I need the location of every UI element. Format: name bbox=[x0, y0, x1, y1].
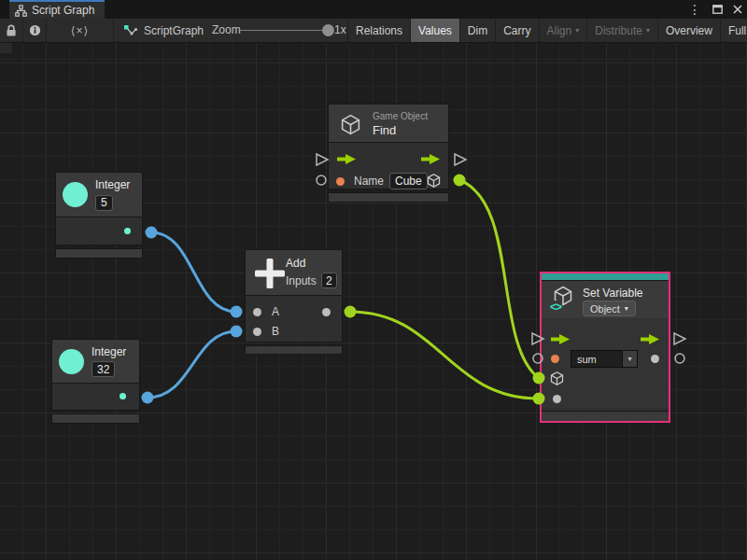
integer-value-field[interactable]: 32 bbox=[92, 361, 115, 377]
node-body bbox=[51, 384, 140, 411]
port-row-b: B bbox=[246, 326, 342, 337]
window-controls: ⋮ bbox=[685, 0, 745, 19]
param-label: Name bbox=[354, 175, 384, 188]
variable-name-row: sum ▾ bbox=[542, 350, 669, 368]
button-label: Relations bbox=[356, 24, 402, 37]
object-target-port-icon[interactable] bbox=[549, 371, 565, 386]
toolbar-button-carry[interactable]: Carry bbox=[495, 19, 538, 42]
toolbar-button-values[interactable]: Values bbox=[410, 19, 459, 42]
node-body: Name Cube bbox=[328, 143, 449, 189]
plus-icon bbox=[254, 258, 286, 289]
node-integer-5[interactable]: Integer 5 bbox=[55, 172, 143, 259]
kebab-menu-icon[interactable]: ⋮ bbox=[685, 0, 704, 19]
caret-down-icon: ▾ bbox=[575, 27, 579, 35]
variable-name-value: sum bbox=[571, 350, 623, 368]
set-variable-icon: <> bbox=[550, 285, 576, 315]
flow-out-arrow-icon[interactable] bbox=[420, 153, 441, 165]
caret-down-icon: ▾ bbox=[625, 305, 628, 313]
node-set-variable[interactable]: <> Set Variable Object ▾ sum ▾ bbox=[540, 272, 670, 423]
toolbar-buttons: Relations Values Dim Carry Align▾ Distri… bbox=[347, 19, 747, 42]
node-title: Set Variable bbox=[583, 287, 642, 300]
inputs-count-field[interactable]: 2 bbox=[321, 273, 337, 288]
flow-out-arrow-icon[interactable] bbox=[640, 333, 660, 345]
zoom-slider-handle[interactable] bbox=[322, 24, 334, 36]
flow-in-arrow-icon[interactable] bbox=[336, 153, 357, 165]
code-preview-button[interactable]: ⟨×⟩ bbox=[47, 19, 114, 42]
lock-icon bbox=[6, 24, 17, 37]
node-add[interactable]: Add Inputs 2 A B bbox=[245, 249, 343, 355]
node-body bbox=[55, 217, 143, 245]
lock-button[interactable] bbox=[0, 19, 23, 42]
value-output-port[interactable] bbox=[651, 355, 659, 363]
scope-label: Object bbox=[590, 303, 620, 315]
graph-breadcrumb[interactable]: ScriptGraph bbox=[123, 19, 204, 42]
button-label: Overview bbox=[666, 24, 712, 37]
tab-label: Script Graph bbox=[32, 4, 94, 17]
name-value-field[interactable]: Cube bbox=[389, 173, 428, 189]
integer-value-field[interactable]: 5 bbox=[95, 195, 113, 211]
toolbar-button-align[interactable]: Align▾ bbox=[539, 19, 587, 42]
variable-name-dropdown[interactable]: sum ▾ bbox=[571, 350, 638, 368]
button-label: Dim bbox=[468, 24, 487, 37]
node-footer bbox=[55, 248, 143, 259]
game-object-cube-icon bbox=[339, 113, 362, 136]
tab-script-graph[interactable]: Script Graph bbox=[9, 0, 105, 19]
node-footer bbox=[245, 345, 343, 355]
variable-scope-dropdown[interactable]: Object ▾ bbox=[583, 301, 636, 316]
close-button[interactable] bbox=[730, 0, 745, 19]
output-port[interactable] bbox=[124, 228, 131, 234]
node-header: Integer 32 bbox=[51, 339, 140, 384]
flow-row bbox=[542, 332, 669, 345]
node-body: sum ▾ bbox=[542, 318, 669, 408]
toolbar-button-relations[interactable]: Relations bbox=[347, 19, 410, 42]
integer-literal-icon bbox=[59, 349, 84, 374]
caret-down-icon: ▾ bbox=[646, 27, 650, 35]
zoom-slider[interactable] bbox=[240, 30, 329, 31]
node-header: Integer 5 bbox=[55, 172, 143, 217]
output-port[interactable] bbox=[120, 393, 126, 399]
toolbar-button-dim[interactable]: Dim bbox=[459, 19, 495, 42]
flow-in-arrow-icon[interactable] bbox=[550, 333, 571, 345]
name-input-port[interactable] bbox=[336, 177, 345, 186]
name-param-row: Name Cube bbox=[329, 173, 448, 189]
node-header: <> Set Variable Object ▾ bbox=[542, 281, 669, 318]
new-value-port[interactable] bbox=[553, 395, 561, 403]
variable-glyph: <> bbox=[550, 301, 562, 314]
node-integer-32[interactable]: Integer 32 bbox=[51, 339, 140, 424]
maximize-icon bbox=[712, 5, 723, 14]
new-value-row bbox=[542, 394, 669, 403]
info-button[interactable] bbox=[23, 19, 47, 42]
toolbar-button-distribute[interactable]: Distribute▾ bbox=[586, 19, 657, 42]
node-title: Add bbox=[286, 257, 305, 270]
node-title: Find bbox=[373, 123, 396, 137]
maximize-button[interactable] bbox=[710, 0, 725, 19]
node-title: Integer bbox=[92, 345, 126, 358]
button-label: Distribute bbox=[595, 24, 642, 37]
button-label: Carry bbox=[503, 24, 530, 37]
node-footer bbox=[542, 411, 669, 421]
caret-down-icon: ▾ bbox=[623, 350, 638, 368]
port-label-a: A bbox=[272, 305, 279, 318]
game-object-output-icon[interactable] bbox=[426, 173, 442, 189]
button-label: Values bbox=[418, 24, 452, 37]
script-graph-window: Script Graph ⋮ bbox=[0, 0, 747, 560]
button-label: Full Screen bbox=[728, 24, 747, 37]
input-port-a[interactable] bbox=[253, 308, 261, 316]
toolbar-button-fullscreen[interactable]: Full Screen bbox=[720, 19, 747, 42]
titlebar: Script Graph ⋮ bbox=[0, 0, 747, 19]
object-target-row bbox=[542, 370, 669, 386]
port-row-a: A bbox=[246, 306, 342, 317]
variable-name-port[interactable] bbox=[551, 355, 559, 363]
node-body: A B bbox=[245, 296, 343, 343]
canvas-corner-nub bbox=[0, 43, 12, 53]
graph-toolbar: ⟨×⟩ ScriptGraph Zoom 1x Relations Values… bbox=[0, 19, 747, 43]
node-header: Game Object Find bbox=[328, 104, 449, 143]
input-port-b[interactable] bbox=[253, 328, 261, 336]
inputs-label: Inputs bbox=[286, 274, 317, 287]
variable-kind-strip bbox=[542, 273, 669, 281]
output-port-sum[interactable] bbox=[322, 308, 331, 316]
toolbar-button-overview[interactable]: Overview bbox=[657, 19, 720, 42]
graph-hierarchy-icon bbox=[15, 5, 27, 17]
node-gameobject-find[interactable]: Game Object Find Name Cube bbox=[328, 104, 449, 203]
close-icon bbox=[733, 5, 742, 14]
